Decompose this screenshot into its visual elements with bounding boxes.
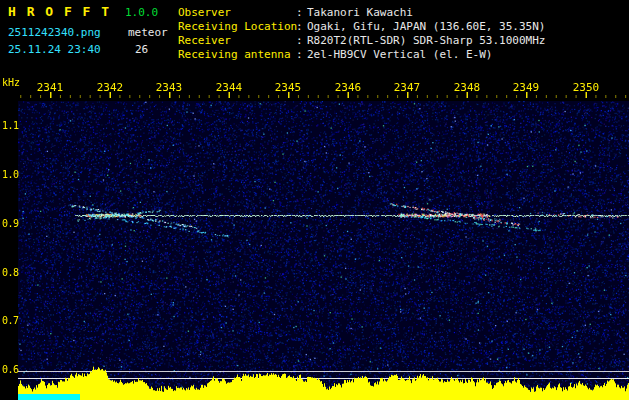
x-axis-tick-label: 2345	[275, 81, 302, 94]
info-separator: :	[296, 34, 307, 48]
info-row-antenna: Receiving antenna:2el-HB9CV Vertical (el…	[178, 48, 628, 62]
info-label: Receiver	[178, 34, 296, 48]
output-filename: 2511242340.png	[8, 26, 101, 39]
echo-count: 26	[135, 43, 148, 56]
x-axis-tick-label: 2343	[156, 81, 183, 94]
info-value: 2el-HB9CV Vertical (el. E-W)	[307, 48, 492, 62]
info-separator: :	[296, 6, 307, 20]
timestamp: 25.11.24 23:40	[8, 43, 101, 56]
hrofft-screenshot: H R O F F T 1.0.0 2511242340.png meteor …	[0, 0, 629, 400]
spectrogram-panel: kHz 1.11.00.90.80.70.6234123422343234423…	[0, 75, 629, 400]
run-info: H R O F F T 1.0.0 2511242340.png meteor …	[8, 4, 178, 72]
info-label: Receiving Location	[178, 20, 296, 34]
info-row-location: Receiving Location:Ogaki, Gifu, JAPAN (1…	[178, 20, 628, 34]
x-axis-tick-label: 2348	[454, 81, 481, 94]
observation-mode: meteor	[128, 26, 168, 39]
spectrogram-canvas	[18, 75, 629, 400]
info-value: Takanori Kawachi	[307, 6, 413, 20]
station-info: Observer:Takanori Kawachi Receiving Loca…	[178, 6, 628, 62]
x-axis-tick-label: 2350	[573, 81, 600, 94]
info-value: Ogaki, Gifu, JAPAN (136.60E, 35.35N)	[307, 20, 545, 34]
y-axis-tick-label: 1.1	[2, 120, 19, 131]
info-value: R820T2(RTL-SDR) SDR-Sharp 53.1000MHz	[307, 34, 545, 48]
x-axis-tick-label: 2346	[335, 81, 362, 94]
app-version: 1.0.0	[125, 6, 158, 19]
info-row-observer: Observer:Takanori Kawachi	[178, 6, 628, 20]
y-axis-unit-label: kHz	[2, 77, 20, 88]
x-axis-tick-label: 2349	[513, 81, 540, 94]
y-axis-tick-label: 1.0	[2, 169, 19, 180]
info-separator: :	[296, 48, 307, 62]
info-label: Observer	[178, 6, 296, 20]
x-axis-tick-label: 2342	[97, 81, 124, 94]
info-row-receiver: Receiver:R820T2(RTL-SDR) SDR-Sharp 53.10…	[178, 34, 628, 48]
header-bar: H R O F F T 1.0.0 2511242340.png meteor …	[0, 0, 629, 75]
x-axis-tick-label: 2344	[216, 81, 243, 94]
y-axis-tick-label: 0.6	[2, 364, 19, 375]
y-axis-tick-label: 0.9	[2, 218, 19, 229]
info-label: Receiving antenna	[178, 48, 296, 62]
app-title: H R O F F T	[8, 4, 111, 19]
x-axis-tick-label: 2347	[394, 81, 421, 94]
y-axis-tick-label: 0.8	[2, 267, 19, 278]
info-separator: :	[296, 20, 307, 34]
x-axis-tick-label: 2341	[37, 81, 64, 94]
y-axis-tick-label: 0.7	[2, 315, 19, 326]
